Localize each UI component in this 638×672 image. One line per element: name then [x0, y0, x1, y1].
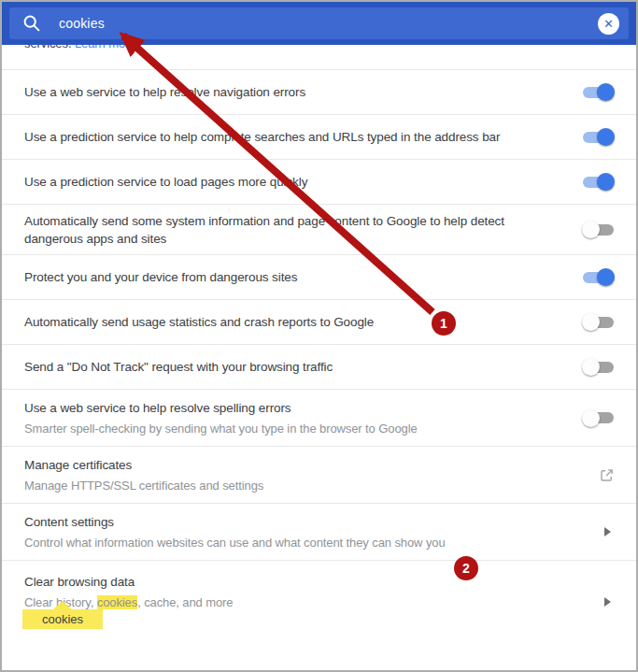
- search-input[interactable]: cookies: [59, 16, 339, 31]
- chevron-right-icon[interactable]: [604, 597, 611, 607]
- toggle-do-not-track[interactable]: [582, 358, 615, 376]
- toggle-safe-browsing[interactable]: [582, 268, 615, 286]
- setting-row-prediction-pages: Use a prediction service to load pages m…: [2, 159, 636, 204]
- search-match-bubble: cookies: [22, 609, 103, 629]
- setting-row-safe-browsing: Protect you and your device from dangero…: [2, 254, 636, 299]
- setting-title: Send a "Do Not Track" request with your …: [24, 358, 566, 376]
- annotation-step-1-badge: 1: [432, 311, 456, 336]
- annotation-step-2-badge: 2: [454, 556, 478, 580]
- toggle-prediction-searches[interactable]: [582, 128, 615, 146]
- setting-row-navigation-errors: Use a web service to help resolve naviga…: [2, 69, 636, 114]
- setting-row-usage-statistics: Automatically send usage statistics and …: [2, 299, 636, 344]
- setting-title: Use a prediction service to help complet…: [24, 128, 566, 146]
- chevron-right-icon[interactable]: [604, 527, 611, 536]
- toggle-system-info[interactable]: [582, 221, 615, 238]
- setting-row-do-not-track: Send a "Do Not Track" request with your …: [2, 344, 636, 389]
- clear-search-button[interactable]: ✕: [598, 13, 619, 35]
- setting-row-content-settings[interactable]: Content settings Control what informatio…: [2, 503, 636, 560]
- setting-title: Manage certificates: [24, 456, 566, 474]
- setting-subtitle: Clear history, cookies, cache, and more: [24, 594, 566, 611]
- toggle-spelling-errors[interactable]: [582, 409, 615, 427]
- setting-row-manage-certificates[interactable]: Manage certificates Manage HTTPS/SSL cer…: [2, 446, 636, 503]
- settings-search-field[interactable]: cookies ✕: [9, 7, 629, 39]
- setting-row-spelling-errors: Use a web service to help resolve spelli…: [2, 389, 636, 446]
- toggle-prediction-pages[interactable]: [582, 173, 615, 191]
- setting-title: Protect you and your device from dangero…: [24, 268, 566, 286]
- setting-subtitle: Manage HTTPS/SSL certificates and settin…: [24, 478, 566, 494]
- setting-title: Automatically send usage statistics and …: [24, 313, 566, 331]
- settings-search-header: cookies ✕: [2, 2, 636, 45]
- setting-title: Use a web service to help resolve naviga…: [24, 83, 566, 101]
- toggle-usage-statistics[interactable]: [582, 313, 615, 331]
- setting-title: Automatically send some system informati…: [24, 212, 559, 248]
- chrome-settings-search-page: cookies ✕ Google Chrome may use web serv…: [0, 0, 638, 672]
- search-match-highlight: cookies: [97, 595, 137, 609]
- setting-title: Content settings: [24, 513, 566, 531]
- setting-subtitle: Control what information websites can us…: [24, 535, 566, 551]
- setting-row-prediction-searches: Use a prediction service to help complet…: [2, 114, 636, 159]
- setting-title: Use a prediction service to load pages m…: [24, 173, 566, 191]
- setting-title: Use a web service to help resolve spelli…: [24, 399, 566, 417]
- setting-title: Clear browsing data: [24, 573, 566, 591]
- external-link-icon[interactable]: [599, 467, 615, 483]
- setting-row-system-info: Automatically send some system informati…: [2, 204, 636, 254]
- toggle-navigation-errors[interactable]: [582, 83, 615, 101]
- setting-subtitle: Smarter spell-checking by sending what y…: [24, 421, 566, 437]
- search-icon: [22, 14, 41, 33]
